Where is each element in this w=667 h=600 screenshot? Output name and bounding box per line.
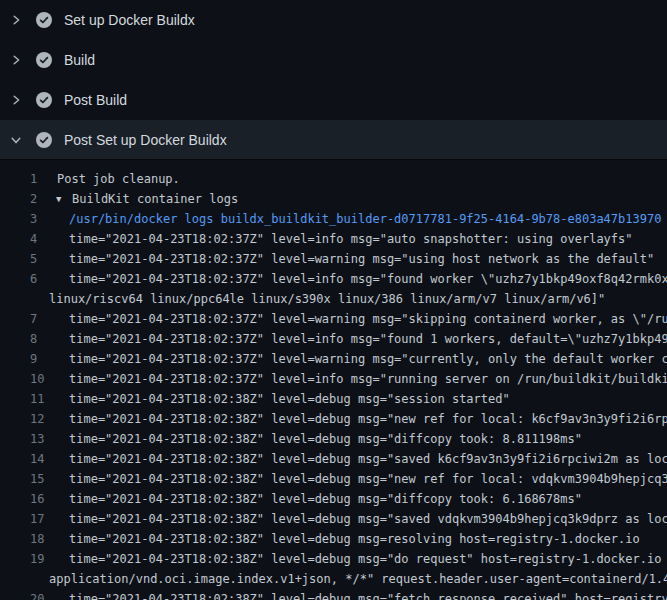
log-text: time="2021-04-23T18:02:37Z" level=info m…: [69, 229, 633, 249]
line-number[interactable]: 9: [30, 349, 37, 369]
line-number[interactable]: 17: [30, 509, 44, 529]
log-row: 11time="2021-04-23T18:02:38Z" level=debu…: [0, 389, 667, 409]
check-circle-icon: [36, 92, 52, 108]
log-row: 8time="2021-04-23T18:02:37Z" level=info …: [0, 329, 667, 349]
log-row: 4time="2021-04-23T18:02:37Z" level=info …: [0, 229, 667, 249]
line-number[interactable]: 14: [30, 449, 44, 469]
step-label: Build: [64, 52, 95, 68]
log-text: time="2021-04-23T18:02:38Z" level=debug …: [69, 469, 667, 489]
chevron-down-icon: [10, 134, 22, 146]
log-text: time="2021-04-23T18:02:37Z" level=warnin…: [69, 249, 654, 269]
line-number[interactable]: 5: [30, 249, 37, 269]
check-circle-icon: [36, 52, 52, 68]
log-text: time="2021-04-23T18:02:38Z" level=debug …: [69, 449, 667, 469]
line-number[interactable]: 15: [30, 469, 44, 489]
log-row: linux/riscv64 linux/ppc64le linux/s390x …: [0, 289, 667, 309]
log-row: 13time="2021-04-23T18:02:38Z" level=debu…: [0, 429, 667, 449]
line-number[interactable]: 4: [30, 229, 37, 249]
log-row: 15time="2021-04-23T18:02:38Z" level=debu…: [0, 469, 667, 489]
log-row: 5time="2021-04-23T18:02:37Z" level=warni…: [0, 249, 667, 269]
log-text: time="2021-04-23T18:02:37Z" level=info m…: [69, 269, 667, 289]
line-number[interactable]: 3: [30, 209, 37, 229]
log-row: 12time="2021-04-23T18:02:38Z" level=debu…: [0, 409, 667, 429]
log-row: 6time="2021-04-23T18:02:37Z" level=info …: [0, 269, 667, 289]
log-row: 18time="2021-04-23T18:02:38Z" level=debu…: [0, 529, 667, 549]
line-number[interactable]: 12: [30, 409, 44, 429]
check-circle-icon: [36, 12, 52, 28]
line-number[interactable]: 19: [30, 549, 44, 569]
chevron-right-icon: [10, 94, 22, 106]
chevron-right-icon: [10, 14, 22, 26]
log-text: time="2021-04-23T18:02:38Z" level=debug …: [69, 589, 667, 600]
workflow-log-viewer: Set up Docker BuildxBuildPost BuildPost …: [0, 0, 667, 600]
log-row: 16time="2021-04-23T18:02:38Z" level=debu…: [0, 489, 667, 509]
log-row: 14time="2021-04-23T18:02:38Z" level=debu…: [0, 449, 667, 469]
log-text: time="2021-04-23T18:02:38Z" level=debug …: [69, 549, 667, 569]
line-number[interactable]: 1: [30, 169, 37, 189]
line-number[interactable]: 6: [30, 269, 37, 289]
line-number[interactable]: 7: [30, 309, 37, 329]
log-text: time="2021-04-23T18:02:37Z" level=warnin…: [69, 309, 667, 329]
log-text: time="2021-04-23T18:02:37Z" level=warnin…: [69, 349, 667, 369]
line-number[interactable]: 8: [30, 329, 37, 349]
log-text: time="2021-04-23T18:02:38Z" level=debug …: [69, 489, 582, 509]
log-text: time="2021-04-23T18:02:37Z" level=info m…: [69, 329, 667, 349]
log-text: time="2021-04-23T18:02:38Z" level=debug …: [69, 409, 667, 429]
log-area: 1Post job cleanup.2▼BuildKit container l…: [0, 160, 667, 600]
line-number[interactable]: 2: [30, 189, 37, 209]
log-row: 3/usr/bin/docker logs buildx_buildkit_bu…: [0, 209, 667, 229]
log-text: BuildKit container logs: [72, 189, 238, 209]
log-group-toggle-icon[interactable]: ▼: [56, 189, 61, 209]
steps-list: Set up Docker BuildxBuildPost BuildPost …: [0, 0, 667, 160]
step-label: Post Build: [64, 92, 127, 108]
chevron-right-icon: [10, 54, 22, 66]
step-label: Post Set up Docker Buildx: [64, 132, 227, 148]
log-row: 17time="2021-04-23T18:02:38Z" level=debu…: [0, 509, 667, 529]
log-row: 1Post job cleanup.: [0, 169, 667, 189]
line-number[interactable]: 20: [30, 589, 44, 600]
log-text: linux/riscv64 linux/ppc64le linux/s390x …: [49, 289, 605, 309]
log-text: time="2021-04-23T18:02:38Z" level=debug …: [69, 529, 640, 549]
log-row: 20time="2021-04-23T18:02:38Z" level=debu…: [0, 589, 667, 600]
line-number[interactable]: 18: [30, 529, 44, 549]
line-number[interactable]: 10: [30, 369, 44, 389]
log-command-text: /usr/bin/docker logs buildx_buildkit_bui…: [69, 209, 661, 229]
line-number[interactable]: 11: [30, 389, 44, 409]
log-text: application/vnd.oci.image.index.v1+json,…: [49, 569, 667, 589]
log-text: Post job cleanup.: [57, 169, 180, 189]
step-row-build[interactable]: Build: [0, 40, 667, 80]
step-row-post-set-up-docker-buildx[interactable]: Post Set up Docker Buildx: [0, 120, 667, 160]
check-circle-icon: [36, 132, 52, 148]
log-row: 10time="2021-04-23T18:02:37Z" level=info…: [0, 369, 667, 389]
log-text: time="2021-04-23T18:02:38Z" level=debug …: [69, 389, 510, 409]
log-row: 2▼BuildKit container logs: [0, 189, 667, 209]
line-number[interactable]: 13: [30, 429, 44, 449]
log-text: time="2021-04-23T18:02:37Z" level=info m…: [69, 369, 667, 389]
log-text: time="2021-04-23T18:02:38Z" level=debug …: [69, 429, 582, 449]
log-text: time="2021-04-23T18:02:38Z" level=debug …: [69, 509, 667, 529]
log-row: application/vnd.oci.image.index.v1+json,…: [0, 569, 667, 589]
step-row-post-build[interactable]: Post Build: [0, 80, 667, 120]
log-row: 9time="2021-04-23T18:02:37Z" level=warni…: [0, 349, 667, 369]
log-row: 7time="2021-04-23T18:02:37Z" level=warni…: [0, 309, 667, 329]
step-label: Set up Docker Buildx: [64, 12, 195, 28]
step-row-set-up-docker-buildx[interactable]: Set up Docker Buildx: [0, 0, 667, 40]
line-number[interactable]: 16: [30, 489, 44, 509]
log-row: 19time="2021-04-23T18:02:38Z" level=debu…: [0, 549, 667, 569]
